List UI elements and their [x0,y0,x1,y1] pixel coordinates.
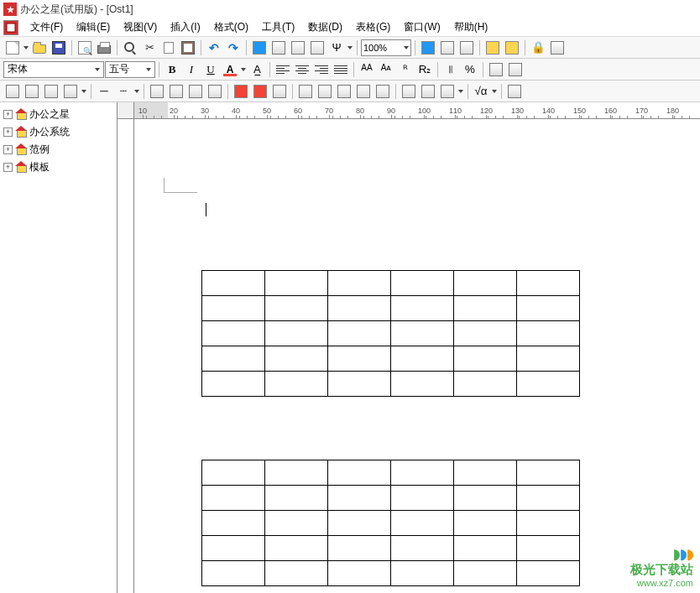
save-button[interactable] [50,39,68,57]
new-button[interactable] [3,39,22,57]
menu-data[interactable]: 数据(D) [301,18,349,36]
line-dropdown[interactable] [133,82,140,101]
grid-button[interactable] [42,82,60,101]
indent-right-button[interactable] [167,82,185,101]
insert-image-button[interactable] [269,39,288,57]
expand-icon[interactable]: + [3,145,13,154]
lock-button[interactable]: 🔒 [529,39,547,57]
redo-button[interactable] [224,39,243,57]
separator [525,40,525,55]
font-color-dropdown[interactable] [240,60,247,79]
tree-item-templates[interactable]: + 模板 [3,159,113,176]
font-color-button[interactable] [221,60,239,79]
document-table-1[interactable] [201,270,580,397]
symbol-dropdown[interactable] [347,39,353,57]
document-page[interactable] [134,119,700,593]
delete-col-button[interactable] [354,82,373,101]
italic-button[interactable] [182,60,201,79]
new-dropdown[interactable] [23,39,29,57]
tree-item-office-system[interactable]: + 办公系统 [3,123,113,141]
bold-button[interactable] [163,60,181,79]
draw-table-button[interactable] [3,82,22,101]
delete-row-button[interactable] [335,82,353,101]
cell-format-button[interactable] [270,82,289,101]
system-menu-icon[interactable] [3,20,18,35]
valign-bottom-button[interactable] [438,82,457,101]
formula-button[interactable] [506,60,525,79]
menu-insert[interactable]: 插入(I) [164,18,206,36]
border-dropdown[interactable] [81,82,87,101]
sqrt-dropdown[interactable] [491,82,498,101]
insert-table-button[interactable] [250,39,269,57]
undo-button[interactable] [205,39,223,57]
menu-help[interactable]: 帮助(H) [447,18,495,36]
outline-button[interactable] [457,39,476,57]
menu-edit[interactable]: 编辑(E) [70,18,117,36]
insert-row-button[interactable] [296,82,315,101]
insert-symbol-button[interactable]: Ψ [327,39,346,57]
split-cells-button[interactable] [251,82,269,101]
print-preview-button[interactable] [76,39,94,57]
misc-button[interactable] [505,82,524,101]
menu-view[interactable]: 视图(V) [117,18,164,36]
menu-window[interactable]: 窗口(W) [397,18,447,36]
autosum-button[interactable] [487,60,505,79]
paste-button[interactable] [179,39,197,57]
rotate-button[interactable]: ᴿ [396,60,415,79]
subscript-button[interactable]: Aᴀ [377,60,395,79]
line-style1-button[interactable]: ─ [95,82,113,101]
insert-col-button[interactable] [316,82,334,101]
print-button[interactable] [95,39,113,57]
open-button[interactable] [30,39,49,57]
valign-top-button[interactable] [400,82,418,101]
house-icon [15,163,27,173]
menu-file[interactable]: 文件(F) [24,18,70,36]
indent-left-button[interactable] [148,82,166,101]
line-style2-button[interactable]: ┄ [114,82,133,101]
menu-table[interactable]: 表格(G) [349,18,397,36]
indent-first-button[interactable] [186,82,205,101]
menu-format[interactable]: 格式(O) [207,18,255,36]
sqrt-button[interactable]: √α [472,82,490,101]
arrange-button[interactable] [503,39,521,57]
view-mode-button[interactable] [419,39,437,57]
insert-object-button[interactable] [289,39,307,57]
merge-cells-button[interactable] [232,82,250,101]
valign-middle-button[interactable] [419,82,437,101]
zoom-select[interactable]: 100% [361,39,411,56]
underline-button[interactable] [201,60,220,79]
horizontal-ruler[interactable]: 1020304050607080901001101201301401501601… [134,102,700,119]
rotate2-button[interactable]: R₂ [415,60,434,79]
spacing-button[interactable]: ⫴ [441,60,460,79]
eraser-button[interactable] [23,82,41,101]
border-button[interactable] [61,82,80,101]
distribute-button[interactable] [374,82,392,101]
align-left-button[interactable] [274,60,292,79]
copy-button[interactable] [159,39,178,57]
settings-button[interactable] [548,39,567,57]
expand-icon[interactable]: + [3,110,13,119]
char-format-button[interactable]: A̲ [248,60,266,79]
document-table-2[interactable] [201,460,580,586]
menu-tools[interactable]: 工具(T) [255,18,301,36]
expand-icon[interactable]: + [3,127,13,137]
zoom-value: 100% [363,43,387,53]
align-center-button[interactable] [293,60,311,79]
vertical-ruler[interactable] [118,119,134,593]
tree-item-office-star[interactable]: + 办公之星 [3,106,113,123]
cut-button[interactable] [140,39,159,57]
align-justify-button[interactable] [332,60,350,79]
insert-chart-button[interactable] [308,39,326,57]
superscript-button[interactable]: AA [358,60,376,79]
percent-button[interactable]: % [461,60,479,79]
font-size-select[interactable]: 五号 [105,61,155,78]
expand-icon[interactable]: + [3,163,13,172]
tree-item-examples[interactable]: + 范例 [3,141,113,159]
indent-button[interactable] [206,82,224,101]
page-layout-button[interactable] [438,39,457,57]
valign-dropdown[interactable] [457,82,464,101]
font-name-select[interactable]: 宋体 [3,61,104,78]
window-split-button[interactable] [483,39,502,57]
find-button[interactable] [121,39,139,57]
align-right-button[interactable] [312,60,331,79]
